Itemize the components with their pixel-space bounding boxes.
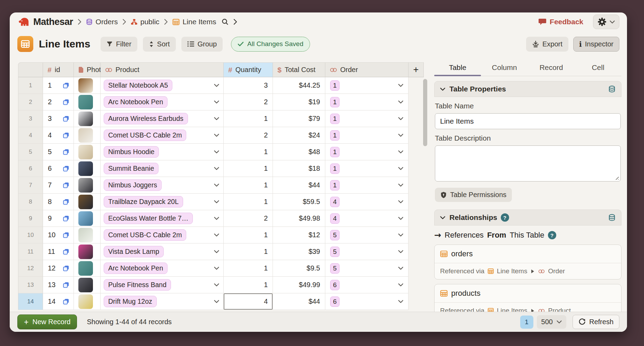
id-cell[interactable]: 9: [43, 210, 74, 227]
order-cell[interactable]: 1: [325, 144, 409, 160]
row-number-cell[interactable]: 14: [18, 293, 43, 310]
row-number-cell[interactable]: 6: [18, 160, 43, 177]
photo-cell[interactable]: [74, 277, 101, 293]
product-chip[interactable]: EcoGlass Water Bottle 7…: [104, 213, 193, 224]
product-cell[interactable]: Aurora Wireless Earbuds: [101, 110, 224, 127]
column-header-order[interactable]: Order: [325, 62, 409, 77]
add-column-button[interactable]: +: [409, 62, 424, 77]
column-header-photo[interactable]: Photo: [74, 62, 101, 77]
row-number-cell[interactable]: 5: [18, 144, 43, 160]
quantity-cell[interactable]: 4: [224, 293, 273, 310]
id-cell[interactable]: 2: [43, 94, 74, 110]
product-chip[interactable]: Comet USB-C Cable 2m: [104, 229, 186, 241]
row-number-cell[interactable]: 13: [18, 277, 43, 293]
chevron-down-icon[interactable]: [398, 267, 403, 270]
row-number-cell[interactable]: 9: [18, 210, 43, 227]
chevron-down-icon[interactable]: [398, 300, 403, 303]
id-cell[interactable]: 5: [43, 144, 74, 160]
column-header-total-cost[interactable]: $ Total Cost: [273, 62, 325, 77]
order-chip[interactable]: 4: [330, 197, 340, 207]
chevron-down-icon[interactable]: [398, 233, 403, 237]
product-chip[interactable]: Trailblaze Daypack 20L: [104, 196, 183, 207]
chevron-down-icon[interactable]: [214, 184, 219, 187]
row-number-cell[interactable]: 4: [18, 127, 43, 144]
product-chip[interactable]: Nimbus Joggers: [104, 179, 162, 191]
order-chip[interactable]: 6: [330, 296, 340, 307]
mathesar-logo-icon[interactable]: [17, 16, 30, 27]
row-number-cell[interactable]: 2: [18, 94, 43, 110]
chevron-down-icon[interactable]: [214, 200, 219, 203]
table-properties-header[interactable]: Table Properties: [434, 81, 621, 97]
record-link-copy-icon[interactable]: [63, 232, 69, 238]
row-number-cell[interactable]: 12: [18, 260, 43, 277]
page-size-select[interactable]: 500: [537, 315, 566, 329]
chevron-down-icon[interactable]: [214, 233, 219, 237]
tab-table[interactable]: Table: [434, 60, 481, 76]
product-chip[interactable]: Pulse Fitness Band: [104, 279, 171, 291]
quantity-cell[interactable]: 1: [224, 110, 273, 127]
photo-cell[interactable]: [74, 127, 101, 144]
product-cell[interactable]: Arc Notebook Pen: [101, 260, 224, 277]
relationship-card-orders[interactable]: orders Referenced via Line Items Order: [434, 245, 621, 280]
row-number-cell[interactable]: 10: [18, 227, 43, 243]
column-header-quantity[interactable]: # Quantity: [224, 62, 273, 77]
order-chip[interactable]: 1: [330, 147, 340, 157]
product-chip[interactable]: Comet USB-C Cable 2m: [104, 130, 186, 141]
id-cell[interactable]: 13: [43, 277, 74, 293]
chevron-down-icon[interactable]: [398, 134, 403, 137]
row-number-cell[interactable]: 3: [18, 110, 43, 127]
photo-cell[interactable]: [74, 194, 101, 210]
total-cost-cell[interactable]: $59.5: [273, 194, 325, 210]
product-cell[interactable]: Pulse Fitness Band: [101, 277, 224, 293]
photo-cell[interactable]: [74, 77, 101, 94]
new-record-button[interactable]: + New Record: [17, 314, 77, 329]
relationship-card-products[interactable]: products Referenced via Line Items Produ…: [434, 284, 621, 312]
total-cost-cell[interactable]: $79: [273, 110, 325, 127]
id-cell[interactable]: 14: [43, 293, 74, 310]
record-link-copy-icon[interactable]: [63, 215, 69, 222]
record-link-copy-icon[interactable]: [63, 198, 69, 205]
group-button[interactable]: Group: [181, 37, 223, 52]
order-chip[interactable]: 1: [330, 97, 340, 107]
column-header-id[interactable]: # id: [43, 62, 74, 77]
row-number-cell[interactable]: 1: [18, 77, 43, 94]
order-cell[interactable]: 1: [325, 177, 409, 194]
order-cell[interactable]: 4: [325, 194, 409, 210]
id-cell[interactable]: 6: [43, 160, 74, 177]
id-cell[interactable]: 10: [43, 227, 74, 243]
chevron-down-icon[interactable]: [398, 217, 403, 220]
product-chip[interactable]: Nimbus Hoodie: [104, 146, 159, 158]
total-cost-cell[interactable]: $24: [273, 127, 325, 144]
photo-cell[interactable]: [74, 177, 101, 194]
inspector-button[interactable]: i Inspector: [573, 37, 619, 52]
total-cost-cell[interactable]: $48: [273, 144, 325, 160]
product-cell[interactable]: Nimbus Joggers: [101, 177, 224, 194]
row-number-cell[interactable]: 7: [18, 177, 43, 194]
row-number-cell[interactable]: 11: [18, 243, 43, 260]
quantity-cell[interactable]: 3: [224, 77, 273, 94]
breadcrumb-table[interactable]: Line Items: [172, 18, 216, 26]
product-chip[interactable]: Aurora Wireless Earbuds: [104, 113, 188, 124]
chevron-down-icon[interactable]: [214, 150, 219, 153]
record-link-copy-icon[interactable]: [63, 282, 69, 288]
record-link-copy-icon[interactable]: [63, 265, 69, 272]
product-cell[interactable]: Comet USB-C Cable 2m: [101, 127, 224, 144]
chevron-down-icon[interactable]: [214, 100, 219, 104]
record-link-copy-icon[interactable]: [63, 248, 69, 255]
chevron-down-icon[interactable]: [398, 184, 403, 187]
record-link-copy-icon[interactable]: [63, 115, 69, 122]
order-cell[interactable]: 1: [325, 127, 409, 144]
product-cell[interactable]: Summit Beanie: [101, 160, 224, 177]
record-link-copy-icon[interactable]: [63, 132, 69, 139]
photo-cell[interactable]: [74, 227, 101, 243]
total-cost-cell[interactable]: $18: [273, 160, 325, 177]
quantity-cell[interactable]: 1: [224, 260, 273, 277]
settings-menu-button[interactable]: [593, 15, 619, 29]
photo-cell[interactable]: [74, 144, 101, 160]
photo-cell[interactable]: [74, 160, 101, 177]
quantity-cell[interactable]: 1: [224, 194, 273, 210]
chevron-down-icon[interactable]: [398, 150, 403, 153]
record-link-copy-icon[interactable]: [63, 149, 69, 155]
order-cell[interactable]: 1: [325, 160, 409, 177]
product-cell[interactable]: Arc Notebook Pen: [101, 94, 224, 110]
